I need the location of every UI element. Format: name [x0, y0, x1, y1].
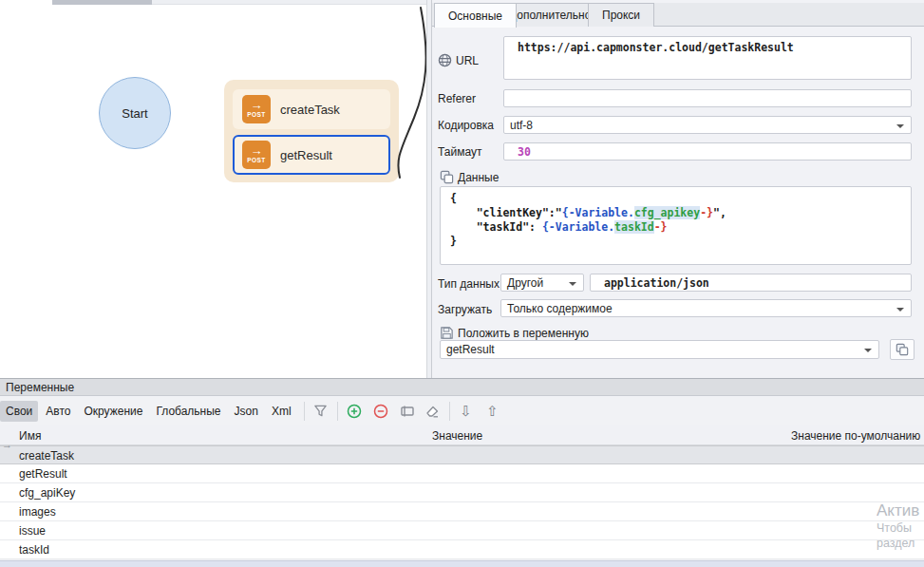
plus-circle-icon [347, 404, 362, 419]
timeout-input[interactable]: 30 [503, 142, 912, 161]
post-method-icon: → POST [242, 95, 271, 123]
encoding-select[interactable]: utf-8 [503, 116, 912, 134]
table-row[interactable]: images [0, 502, 924, 521]
up-arrow-icon: ⇧ [486, 404, 499, 418]
column-header-default[interactable]: Значение по-умолчанию [791, 425, 920, 445]
add-variable-button[interactable] [343, 401, 366, 422]
down-arrow-icon: ⇩ [460, 404, 472, 418]
copy-pages-icon [896, 343, 909, 356]
vars-tab-global[interactable]: Глобальные [150, 401, 226, 422]
action-createtask[interactable]: → POST createTask [233, 89, 390, 129]
method-label: POST [247, 111, 265, 119]
canvas-horizontal-scrollbar[interactable] [52, 0, 426, 5]
column-header-value[interactable]: Значение [432, 425, 482, 445]
toolbar-separator [337, 402, 338, 421]
selected-row-arrow-icon: → [2, 439, 12, 450]
variables-table: Имя Значение Значение по-умолчанию creat… [0, 425, 924, 559]
copy-pages-icon [440, 170, 454, 184]
chevron-down-icon [896, 124, 904, 128]
funnel-filter-icon [313, 404, 328, 418]
put-variable-select[interactable]: getResult [440, 340, 879, 359]
table-row[interactable]: getResult [0, 464, 924, 483]
minus-circle-icon [373, 404, 388, 419]
flow-canvas[interactable]: Start → POST createTask → POST getResult [0, 0, 426, 378]
url-input[interactable]: https://api.capmonster.cloud/getTaskResu… [503, 36, 912, 80]
url-label: URL [438, 53, 479, 67]
rename-variable-button[interactable] [396, 401, 419, 422]
chevron-down-icon [864, 349, 872, 352]
tab-main[interactable]: Основные [434, 3, 517, 28]
variables-panel: Переменные Свои Авто Окружение Глобальны… [0, 378, 924, 567]
data-type-label: Тип данных [438, 277, 500, 291]
encoding-label: Кодировка [438, 119, 494, 132]
arrow-right-icon: → [251, 145, 263, 157]
tab-label: Дополнительно [509, 9, 591, 22]
app-window: Start → POST createTask → POST getResult [0, 0, 924, 567]
filter-button[interactable] [310, 401, 332, 422]
start-node-label: Start [122, 106, 147, 121]
column-header-name[interactable]: Имя [19, 425, 41, 445]
data-label: Данные [440, 170, 499, 184]
inspector-panel: Основные Дополнительно Прокси URL https:… [432, 0, 924, 378]
table-header: Имя Значение Значение по-умолчанию [0, 425, 924, 445]
arrow-right-icon: → [251, 100, 263, 111]
table-row[interactable]: createTask [0, 445, 924, 464]
data-type-select[interactable]: Другой [500, 274, 584, 292]
vars-tab-own[interactable]: Свои [0, 401, 38, 422]
floppy-save-icon [440, 326, 454, 340]
eraser-icon [424, 404, 440, 419]
move-up-button[interactable]: ⇧ [481, 401, 504, 422]
canvas-scrollbar-thumb[interactable] [52, 0, 152, 5]
post-method-icon: → POST [242, 141, 271, 169]
data-textarea[interactable]: { "clientKey":"{-Variable.cfg_apikey-}",… [440, 186, 912, 265]
content-type-input[interactable]: application/json [590, 274, 912, 292]
copy-variable-button[interactable] [890, 339, 915, 360]
action-label: getResult [280, 148, 332, 162]
timeout-label: Таймаут [438, 145, 481, 159]
load-mode-select[interactable]: Только содержимое [500, 299, 912, 317]
vars-tab-xml[interactable]: Xml [266, 401, 297, 422]
chevron-down-icon [896, 308, 904, 312]
action-getresult[interactable]: → POST getResult [233, 135, 390, 175]
json-body-code: { "clientKey":"{-Variable.cfg_apikey-}",… [441, 187, 911, 249]
method-label: POST [247, 157, 265, 164]
rename-box-icon [400, 404, 415, 419]
action-label: createTask [280, 103, 340, 117]
chevron-down-icon [569, 282, 576, 286]
inspector-tabbar: Основные Дополнительно Прокси [432, 3, 924, 27]
start-node[interactable]: Start [99, 77, 171, 149]
globe-www-icon [438, 53, 452, 67]
toolbar-separator [304, 402, 305, 421]
referer-label: Referer [438, 92, 476, 105]
vars-tab-auto[interactable]: Авто [40, 401, 76, 422]
clear-values-button[interactable] [421, 401, 443, 422]
action-group[interactable]: → POST createTask → POST getResult [224, 80, 399, 182]
table-row[interactable]: issue [0, 521, 924, 540]
put-variable-label: Положить в переменную [440, 326, 589, 340]
tab-label: Основные [448, 9, 502, 23]
table-row[interactable]: taskId [0, 540, 924, 559]
variables-toolbar: Свои Авто Окружение Глобальные Json Xml [0, 396, 924, 425]
toolbar-separator [449, 402, 450, 421]
table-row[interactable]: cfg_apiKey [0, 483, 924, 502]
referer-input[interactable] [503, 89, 912, 107]
vars-tab-environment[interactable]: Окружение [78, 401, 148, 422]
remove-variable-button[interactable] [369, 401, 392, 422]
connector-curve [0, 0, 426, 378]
variables-panel-title: Переменные [0, 379, 924, 396]
load-label: Загружать [438, 303, 492, 316]
status-strip [0, 560, 924, 567]
tab-proxy[interactable]: Прокси [588, 3, 654, 27]
move-down-button[interactable]: ⇩ [455, 401, 478, 422]
vars-tab-json[interactable]: Json [229, 401, 264, 422]
tab-label: Прокси [602, 9, 640, 22]
